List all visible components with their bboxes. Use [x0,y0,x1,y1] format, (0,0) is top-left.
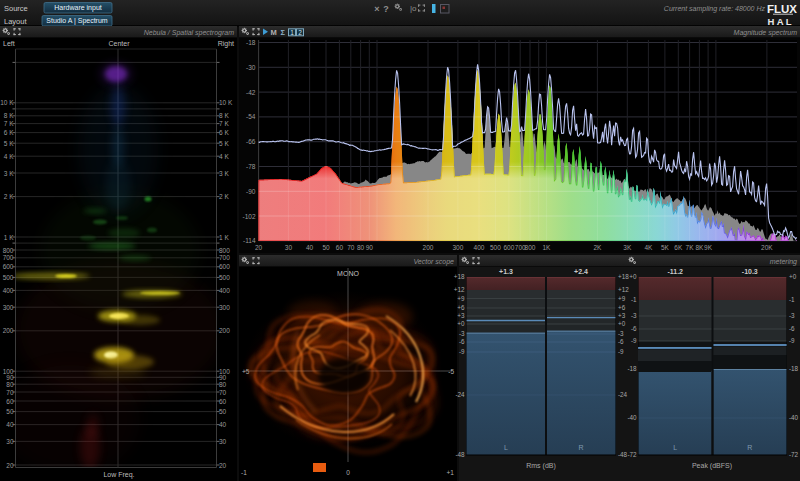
svg-text:70: 70 [347,244,355,251]
svg-text:L: L [504,444,508,451]
svg-text:M: M [271,28,277,37]
svg-text:×: × [374,4,379,14]
svg-text:-90: -90 [246,188,256,195]
svg-text:-24: -24 [618,391,628,398]
svg-text:1 K: 1 K [219,234,229,241]
svg-text:+9: +9 [457,295,465,302]
svg-text:Peak (dBFS): Peak (dBFS) [692,462,732,470]
svg-text:+12: +12 [618,286,629,293]
svg-text:-24: -24 [455,391,465,398]
svg-text:Low Freq.: Low Freq. [103,471,134,479]
svg-text:50: 50 [219,408,227,415]
svg-text:-40: -40 [789,414,799,421]
svg-text:40: 40 [6,421,14,428]
svg-text:-1: -1 [631,296,637,303]
svg-text:-66: -66 [246,138,256,145]
svg-text:300: 300 [3,304,14,311]
svg-text:9K: 9K [704,244,713,251]
svg-text:7 K: 7 K [4,120,14,127]
svg-text:6K: 6K [674,244,683,251]
svg-text:Current sampling rate: 48000 H: Current sampling rate: 48000 Hz [664,5,766,13]
svg-text:FLUX: FLUX [767,3,797,15]
svg-text:+1: +1 [447,469,455,476]
svg-text:Center: Center [108,40,130,47]
svg-text:-30: -30 [246,64,256,71]
svg-text:80: 80 [357,244,365,251]
svg-text:2 K: 2 K [219,193,229,200]
svg-text:5 K: 5 K [219,140,229,147]
svg-text:500: 500 [490,244,501,251]
svg-text:4 K: 4 K [219,153,229,160]
svg-text:3 K: 3 K [219,170,229,177]
svg-text:2 K: 2 K [4,193,14,200]
svg-text:800: 800 [525,244,536,251]
svg-text:-54: -54 [246,113,256,120]
svg-text:-3: -3 [618,330,624,337]
svg-text:20K: 20K [761,244,773,251]
svg-text:0: 0 [346,469,350,476]
svg-text:Magnitude spectrum: Magnitude spectrum [734,29,798,37]
svg-text:+0: +0 [629,273,637,280]
svg-text:-102: -102 [242,213,255,220]
svg-text:400: 400 [474,244,485,251]
svg-text:5 K: 5 K [4,140,14,147]
svg-text:-3: -3 [459,330,465,337]
svg-text:20: 20 [255,244,263,251]
svg-text:60: 60 [219,398,227,405]
svg-text:10 K: 10 K [219,99,233,106]
svg-text:-6: -6 [789,325,795,332]
svg-text:Studio A | Spectrum: Studio A | Spectrum [46,17,108,25]
svg-text:Layout: Layout [4,17,27,26]
svg-text:700: 700 [219,254,230,261]
svg-text:-3: -3 [789,312,795,319]
svg-text:-3: -3 [631,312,637,319]
svg-text:1: 1 [290,29,294,36]
svg-text:+3: +3 [618,312,626,319]
svg-text:+18: +18 [618,273,629,280]
svg-text:-42: -42 [246,89,256,96]
svg-text:-9: -9 [631,337,637,344]
svg-text:metering: metering [770,258,797,266]
svg-text:600: 600 [503,244,514,251]
svg-text:200: 200 [219,327,230,334]
svg-text:-6: -6 [631,325,637,332]
svg-text:L: L [673,444,677,451]
svg-text:-18: -18 [789,365,799,372]
svg-text:600: 600 [219,263,230,270]
svg-text:Left: Left [3,40,15,47]
svg-text:+0: +0 [618,320,626,327]
svg-text:R: R [578,444,583,451]
svg-text:30: 30 [285,244,293,251]
svg-text:90: 90 [366,244,374,251]
svg-text:Nebula / Spatial spectrogram: Nebula / Spatial spectrogram [144,29,234,37]
svg-text:+6: +6 [618,304,626,311]
svg-text:40: 40 [219,421,227,428]
svg-text:-78: -78 [246,163,256,170]
svg-text:Hardware input: Hardware input [54,4,102,12]
svg-text:-18: -18 [627,365,637,372]
svg-text:-6: -6 [618,338,624,345]
svg-text:60: 60 [336,244,344,251]
svg-text:300: 300 [219,304,230,311]
svg-text:-48: -48 [455,451,465,458]
svg-text:400: 400 [219,287,230,294]
svg-text:+1.3: +1.3 [499,268,513,275]
svg-text:-9: -9 [789,337,795,344]
svg-text:-11.2: -11.2 [667,268,683,275]
svg-text:90: 90 [6,374,14,381]
svg-text:800: 800 [3,247,14,254]
svg-text:500: 500 [219,274,230,281]
svg-text:1K: 1K [542,244,551,251]
svg-text:-5: -5 [448,368,454,375]
svg-text:10 K: 10 K [0,99,14,106]
svg-text:H A L: H A L [768,16,792,27]
svg-text:+3: +3 [457,312,465,319]
svg-text:700: 700 [3,254,14,261]
svg-text:-72: -72 [627,451,637,458]
svg-text:300: 300 [452,244,463,251]
svg-text:+18: +18 [454,273,465,280]
svg-text:7 K: 7 K [219,120,229,127]
svg-text:8 K: 8 K [219,112,229,119]
svg-text:5K: 5K [661,244,670,251]
svg-text:80: 80 [219,381,227,388]
